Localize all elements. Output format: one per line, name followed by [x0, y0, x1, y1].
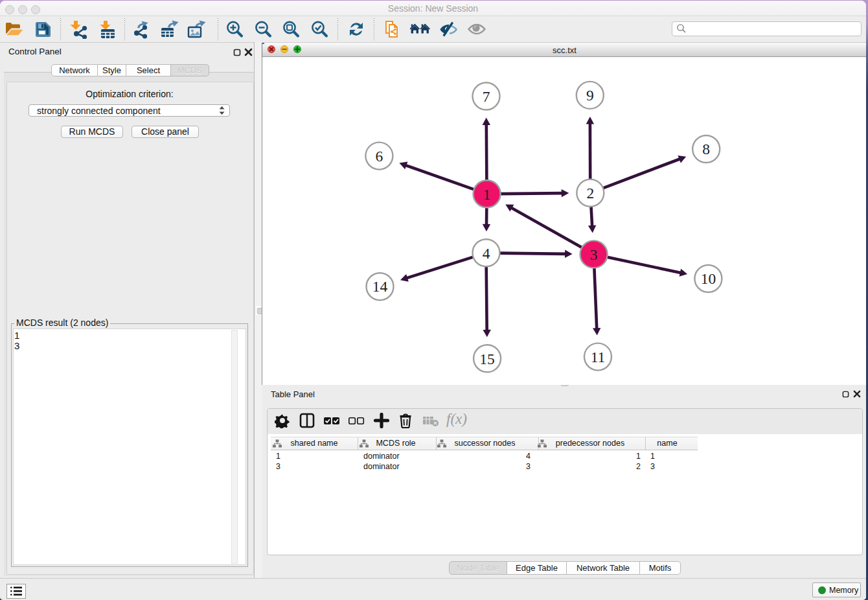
- svg-text:14: 14: [372, 278, 388, 295]
- svg-text:11: 11: [591, 349, 606, 365]
- svg-text:4: 4: [483, 245, 490, 262]
- svg-text:15: 15: [479, 351, 495, 367]
- svg-text:2: 2: [586, 185, 594, 202]
- svg-text:1: 1: [483, 186, 491, 203]
- svg-text:8: 8: [702, 141, 710, 157]
- svg-text:6: 6: [376, 148, 383, 165]
- svg-text:3: 3: [590, 246, 598, 263]
- svg-text:10: 10: [701, 270, 716, 287]
- svg-text:9: 9: [586, 87, 594, 104]
- svg-text:7: 7: [483, 88, 490, 105]
